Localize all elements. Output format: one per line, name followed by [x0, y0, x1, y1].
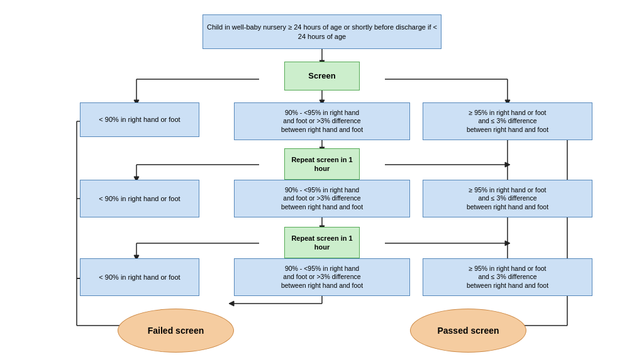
repeat1-box: Repeat screen in 1 hour [284, 148, 360, 180]
mid3-box: 90% - <95% in right handand foot or >3% … [234, 258, 410, 296]
start-box: Child in well-baby nursery ≥ 24 hours of… [203, 14, 441, 49]
flowchart: Child in well-baby nursery ≥ 24 hours of… [20, 5, 624, 357]
left2-box: < 90% in right hand or foot [80, 180, 199, 217]
passed-screen-oval: Passed screen [410, 309, 526, 353]
screen-box: Screen [284, 62, 360, 90]
right2-box: ≥ 95% in right hand or footand ≤ 3% diff… [423, 180, 592, 217]
svg-marker-19 [505, 162, 510, 167]
repeat2-box: Repeat screen in 1 hour [284, 227, 360, 258]
svg-marker-45 [229, 301, 234, 306]
mid2-box: 90% - <95% in right handand foot or >3% … [234, 180, 410, 217]
mid1-box: 90% - <95% in right handand foot or >3% … [234, 102, 410, 140]
right3-box: ≥ 95% in right hand or footand ≤ 3% diff… [423, 258, 592, 296]
left3-box: < 90% in right hand or foot [80, 258, 199, 296]
failed-screen-oval: Failed screen [118, 309, 234, 353]
svg-marker-29 [505, 241, 510, 246]
left1-box: < 90% in right hand or foot [80, 102, 199, 137]
right1-box: ≥ 95% in right hand or footand ≤ 3% diff… [423, 102, 592, 140]
